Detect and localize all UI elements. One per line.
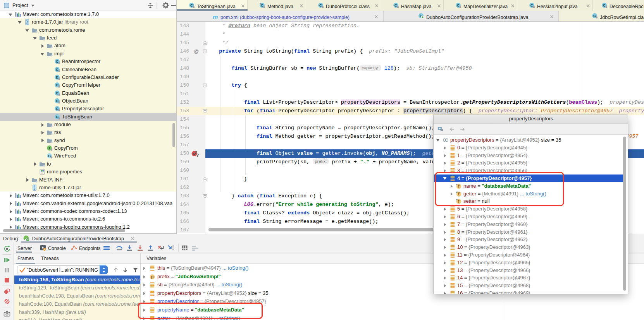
svg-text:C: C	[190, 3, 193, 7]
svg-text:C: C	[56, 83, 59, 87]
svg-text:C: C	[56, 67, 59, 72]
svg-text:E: E	[56, 75, 58, 79]
svg-text:?: ?	[196, 153, 199, 157]
svg-text:I: I	[49, 146, 50, 150]
svg-text:C: C	[56, 91, 59, 95]
svg-text:C: C	[56, 115, 59, 119]
svg-text:C: C	[394, 3, 397, 7]
svg-text:C: C	[319, 3, 322, 7]
svg-text:C: C	[56, 59, 59, 63]
svg-text:C: C	[530, 3, 533, 7]
svg-text:C: C	[48, 154, 51, 158]
svg-text:C: C	[593, 14, 596, 18]
svg-text:C: C	[603, 3, 606, 7]
svg-text:C: C	[457, 3, 460, 7]
svg-text:C: C	[56, 106, 59, 111]
svg-text:C: C	[261, 3, 263, 7]
svg-text:C: C	[56, 99, 59, 103]
svg-text:p: p	[151, 275, 153, 279]
